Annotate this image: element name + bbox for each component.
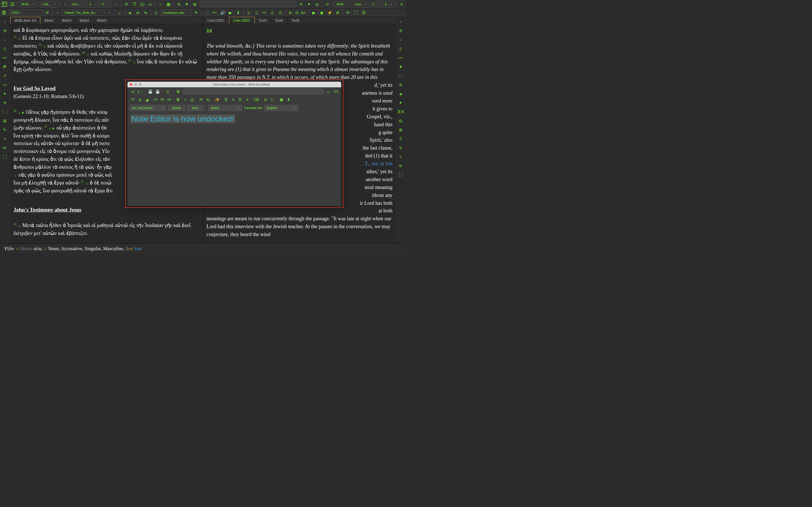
transfer-icon[interactable]: ⇄: [135, 9, 141, 16]
speak-button[interactable]: Speak: [168, 105, 185, 111]
chart-add-icon[interactable]: ⊞: [192, 1, 198, 8]
download-ne-icon[interactable]: ⬇: [285, 96, 292, 103]
note-editor-body[interactable]: Note Editor is now undocked!: [128, 112, 341, 206]
tag-icon[interactable]: ◇: [325, 89, 332, 95]
refresh3-icon[interactable]: ⟳: [1, 144, 9, 152]
abc-icon[interactable]: ABC: [211, 9, 218, 16]
prev-book-icon[interactable]: ‹: [54, 9, 61, 16]
forward-icon[interactable]: ›: [1, 36, 9, 44]
new-note-icon[interactable]: +▯: [130, 89, 136, 95]
dots-icon[interactable]: ⠿: [396, 135, 405, 143]
lines-icon[interactable]: ≣: [126, 9, 133, 16]
pencil-icon[interactable]: ✎: [1, 126, 9, 134]
diamond-icon[interactable]: ◈: [396, 90, 405, 98]
align-center-icon[interactable]: ≡: [230, 96, 236, 103]
book-file-dropdown[interactable]: Tidwell_The_Bible_Bo: [62, 10, 105, 16]
slider-icon[interactable]: ⊟: [396, 117, 405, 125]
tab-bible5[interactable]: Bible5: [93, 17, 110, 24]
font-smaller-icon[interactable]: A-: [287, 9, 294, 16]
search-input[interactable]: [199, 1, 297, 7]
video-icon[interactable]: ▶: [227, 9, 234, 16]
maximize-icon[interactable]: ⛶: [352, 9, 359, 16]
grid-r-icon[interactable]: ⊞: [396, 126, 405, 134]
h3-button[interactable]: H3: [166, 97, 172, 102]
tab-bible4[interactable]: Bible4: [75, 17, 93, 24]
window-minimize-icon[interactable]: [134, 83, 137, 86]
download-icon[interactable]: ⬇: [235, 9, 242, 16]
magic-icon[interactable]: ✨: [214, 96, 220, 103]
pencil-r-icon[interactable]: ✎: [396, 144, 405, 152]
tab-tool4[interactable]: Tool4: [271, 17, 287, 24]
commentary-selector[interactable]: CBSC▼: [9, 10, 43, 16]
toggle-icon[interactable]: ⊙: [324, 1, 331, 8]
right-verse[interactable]: 8…▼: [383, 1, 395, 7]
window-zoom-icon[interactable]: [139, 83, 142, 86]
edit-icon[interactable]: ✎: [193, 9, 200, 16]
filter-icon[interactable]: ▼: [184, 1, 190, 8]
pdf-r-icon[interactable]: PDF: [396, 54, 405, 62]
full-icon[interactable]: ⛶: [1, 153, 9, 161]
arrow-tool-icon[interactable]: ↗: [1, 71, 9, 80]
star-icon[interactable]: ✦: [396, 99, 405, 107]
forward-r-icon[interactable]: ›: [396, 36, 405, 44]
window-close-icon[interactable]: [130, 83, 133, 86]
wand-icon[interactable]: ✦: [306, 1, 312, 8]
h1-button[interactable]: H1: [153, 97, 159, 102]
align-left-icon[interactable]: ☰: [223, 96, 229, 103]
clear-format-icon[interactable]: ⌫: [253, 96, 259, 103]
filter-r-icon[interactable]: ▼: [396, 62, 405, 71]
image-icon[interactable]: ▯: [269, 9, 276, 16]
tab-mob-john[interactable]: MOB-John 3:8: [10, 17, 40, 24]
right-chapter[interactable]: 3…▼: [370, 1, 382, 7]
menu-icon[interactable]: ≡: [398, 1, 405, 8]
note-search-input[interactable]: [182, 89, 324, 95]
history-icon[interactable]: ⟲: [1, 26, 9, 35]
record-icon[interactable]: ◉: [318, 9, 325, 16]
save-doc-icon[interactable]: ▯: [253, 9, 260, 16]
open-note-icon[interactable]: ▯→: [137, 89, 143, 95]
superscript-icon[interactable]: X²: [198, 96, 204, 103]
refresh-r-icon[interactable]: ⟳: [396, 162, 405, 170]
refresh-icon[interactable]: ⟳: [123, 1, 130, 8]
brightness-icon[interactable]: ☼: [157, 1, 164, 8]
underline-icon[interactable]: U: [189, 96, 195, 103]
collapse-right-icon[interactable]: ‹: [396, 17, 405, 26]
tab-com-cbsc-1[interactable]: Com:CBSC: [203, 17, 229, 24]
translate-ne-icon[interactable]: 文A: [333, 89, 339, 95]
reload-icon[interactable]: ⟳: [44, 9, 51, 16]
nav-verse[interactable]: 8…▼: [100, 1, 111, 7]
cube-icon[interactable]: ⬚: [396, 71, 405, 80]
image-ne-icon[interactable]: ▢: [269, 96, 275, 103]
sparkle-icon[interactable]: ✧: [1, 135, 9, 143]
exchange-icon[interactable]: ⇆: [142, 9, 149, 16]
volume-icon[interactable]: 🔊: [219, 9, 226, 16]
doc-r-icon[interactable]: ▯: [396, 45, 405, 53]
parallel-icon[interactable]: P: [1, 62, 9, 71]
sun-icon[interactable]: ☀: [1, 99, 9, 107]
sparkle-r-icon[interactable]: ✧: [396, 153, 405, 161]
book-icon[interactable]: ▭: [147, 1, 154, 8]
font-larger-icon[interactable]: A+: [300, 9, 307, 16]
detect-lang-dropdown[interactable]: [Auto]▼: [208, 105, 242, 111]
font-color-icon[interactable]: A: [137, 96, 143, 103]
note-editor-titlebar[interactable]: Note Editor (rich mode) - NEW [modified]: [128, 82, 341, 87]
bookshelf-icon[interactable]: [1, 9, 8, 16]
next-chapter-icon[interactable]: ›: [113, 1, 119, 8]
module-selector-1[interactable]: MOB…▼: [19, 1, 36, 7]
right-book[interactable]: John…▼: [352, 1, 369, 7]
code-icon[interactable]: ⌘: [175, 89, 181, 95]
prev-chapter-icon[interactable]: ‹: [62, 1, 68, 8]
translate-icon[interactable]: 文A: [396, 108, 405, 116]
insert-table-icon[interactable]: ▦: [278, 96, 285, 103]
search-icon[interactable]: ⌕: [116, 9, 123, 16]
file-icon[interactable]: ▯: [153, 9, 160, 16]
select-icon[interactable]: ⬚: [203, 9, 210, 16]
tab-bible2[interactable]: Bible2: [40, 17, 58, 24]
zoom-out-icon[interactable]: ⊖: [175, 1, 183, 8]
list-icon[interactable]: [9, 1, 16, 8]
save-pdf-icon[interactable]: PDF: [261, 9, 268, 16]
subscript-icon[interactable]: X₂: [205, 96, 211, 103]
module-selector-2[interactable]: CSB, …▼: [40, 1, 58, 7]
history-r-icon[interactable]: ⟲: [396, 26, 405, 35]
h2-button[interactable]: H2: [160, 97, 165, 102]
